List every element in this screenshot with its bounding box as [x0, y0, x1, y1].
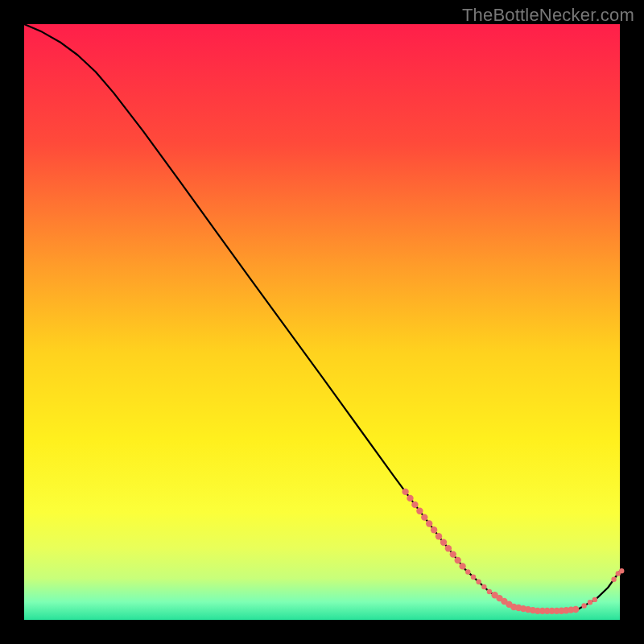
data-point [411, 502, 418, 508]
data-point [592, 597, 597, 602]
data-point [611, 577, 616, 582]
data-point [588, 600, 592, 605]
data-point [407, 495, 413, 502]
data-point [440, 539, 447, 546]
data-point [450, 551, 456, 557]
data-point [465, 569, 470, 574]
chart-container: TheBottleNecker.com [0, 0, 644, 644]
data-point [431, 526, 437, 533]
data-point [402, 489, 408, 495]
data-point [581, 603, 586, 608]
data-point [436, 533, 442, 539]
data-point [476, 580, 481, 584]
data-point [421, 514, 427, 520]
data-point [416, 508, 423, 514]
data-point [426, 520, 432, 526]
data-point [459, 563, 465, 569]
data-point [481, 584, 486, 589]
watermark-text: TheBottleNecker.com [462, 5, 634, 26]
data-point [619, 568, 624, 573]
data-point [471, 575, 476, 580]
data-point [487, 589, 492, 594]
data-point [455, 557, 461, 564]
chart-svg [0, 0, 644, 644]
plot-area [24, 24, 620, 620]
data-point [572, 606, 579, 613]
data-point [445, 545, 452, 551]
